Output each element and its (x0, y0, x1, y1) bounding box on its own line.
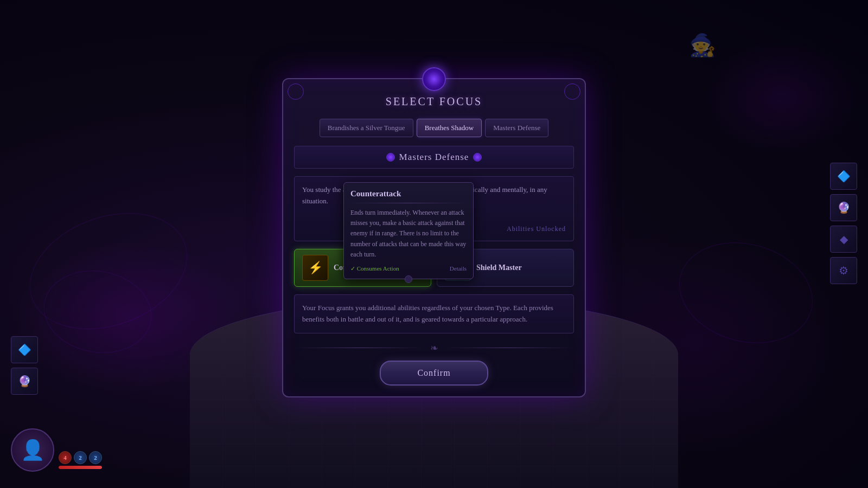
tab-masters[interactable]: Masters Defense (485, 119, 548, 137)
counterattack-icon: ⚡ (302, 255, 328, 281)
hp-bar (59, 466, 102, 469)
tabs-row: Brandishes a Silver Tongue Breathes Shad… (294, 119, 574, 137)
health-bar-area: 4 2 2 (59, 451, 102, 472)
sidebar-left: 🔷 🔮 (11, 336, 38, 395)
sidebar-right-icon-2[interactable]: 🔮 (830, 194, 857, 221)
section-title: Masters Defense (399, 152, 469, 163)
avatar-area: 👤 4 2 2 (11, 428, 102, 472)
bar-line-right (444, 348, 575, 348)
pip-3: 2 (89, 451, 102, 464)
tooltip-title: Counterattack (350, 189, 467, 198)
checkmark-icon: ✓ (350, 265, 355, 272)
bottom-ornament-bar: ❧ (294, 342, 574, 354)
character-figure: 🧙 (689, 33, 716, 58)
pip-2: 2 (74, 451, 87, 464)
bottom-desc-text: Your Focus grants you additional abiliti… (302, 304, 553, 323)
tooltip-details-link[interactable]: Details (450, 265, 467, 272)
tooltip-footer: ✓ Consumes Action Details (350, 265, 467, 272)
consumes-label: Consumes Action (357, 265, 399, 272)
pip-1: 4 (59, 451, 72, 464)
tooltip-consumes-action: ✓ Consumes Action (350, 265, 399, 272)
corner-gem-tr (564, 84, 580, 100)
dialog-inner: Select Focus Brandishes a Silver Tongue … (283, 79, 585, 396)
corner-gem-tl (288, 84, 304, 100)
ornament-icon-left: ❧ (430, 342, 438, 354)
tooltip-body: Ends turn immediately. Whenever an attac… (350, 208, 467, 260)
ability-tooltip: Counterattack Ends turn immediately. Whe… (343, 182, 474, 279)
sidebar-right-icon-3[interactable]: ◆ (830, 226, 857, 253)
hp-fill (59, 466, 102, 469)
sidebar-right-icon-1[interactable]: 🔷 (830, 163, 857, 190)
dialog-title: Select Focus (294, 95, 574, 108)
abilities-unlocked-label: Abilities Unlocked (507, 225, 566, 233)
bar-line-left (294, 348, 425, 348)
top-gem (422, 67, 446, 91)
confirm-button[interactable]: Confirm (380, 361, 488, 386)
sidebar-right-icon-4[interactable]: ⚙ (830, 257, 857, 284)
resource-pips: 4 2 2 (59, 451, 102, 464)
tab-brandishes[interactable]: Brandishes a Silver Tongue (320, 119, 413, 137)
sidebar-left-icon-2[interactable]: 🔮 (11, 368, 38, 395)
description-box: You study the art of how to defend yours… (294, 176, 574, 241)
shield-master-name: Shield Master (476, 264, 522, 272)
section-gem-right (473, 153, 482, 162)
tooltip-divider (350, 203, 467, 203)
sidebar-right: 🔷 🔮 ◆ ⚙ (830, 163, 857, 284)
section-header: Masters Defense (294, 146, 574, 169)
avatar[interactable]: 👤 (11, 428, 54, 472)
tab-breathes[interactable]: Breathes Shadow (417, 119, 482, 137)
section-gem-left (386, 153, 395, 162)
bottom-description: Your Focus grants you additional abiliti… (294, 294, 574, 333)
sidebar-left-icon-1[interactable]: 🔷 (11, 336, 38, 363)
main-dialog: Select Focus Brandishes a Silver Tongue … (282, 78, 586, 397)
tooltip-pointer-dot (405, 275, 412, 283)
